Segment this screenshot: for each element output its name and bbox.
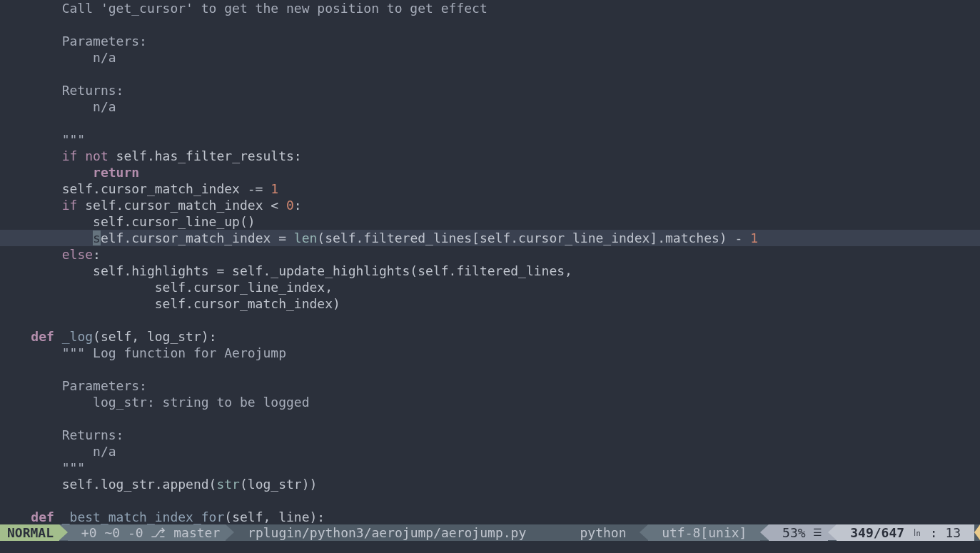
mode-indicator: NORMAL [0, 524, 59, 541]
code-line [0, 66, 980, 82]
percent-icon: ☰ [813, 524, 822, 541]
code-line [0, 115, 980, 131]
cursor: s [93, 230, 101, 245]
code-line: self.cursor_line_up() [0, 213, 980, 230]
separator-icon [760, 524, 769, 540]
code-line: if not self.has_filter_results: [0, 148, 980, 164]
code-line: """ Log function for Aerojump [0, 345, 980, 361]
linenr-icon: ㏑ [912, 524, 922, 541]
percent-segment: 53% ☰ [769, 524, 828, 541]
separator-icon [640, 524, 648, 540]
encoding-segment: utf-8[unix] [648, 524, 760, 541]
code-line: def _best_match_index_for(self, line): [0, 509, 980, 524]
separator-icon [59, 524, 68, 540]
code-line: Parameters: [0, 33, 980, 49]
cursor-line: self.cursor_match_index = len(self.filte… [0, 230, 980, 246]
code-line: n/a [0, 443, 980, 460]
file-path: rplugin/python3/aerojump/aerojump.py [234, 524, 532, 541]
git-segment: +0 ~0 -0 ⎇ master [68, 524, 226, 541]
code-line: Call 'get_cursor' to get the new positio… [0, 0, 980, 16]
trailing-separator-icon [974, 524, 980, 540]
code-editor[interactable]: Call 'get_cursor' to get the new positio… [0, 0, 980, 524]
code-line: self.cursor_line_index, [0, 279, 980, 295]
code-line: self.cursor_match_index) [0, 295, 980, 312]
filetype-segment: python [574, 524, 640, 541]
code-line: if self.cursor_match_index < 0: [0, 197, 980, 213]
separator-icon [828, 524, 837, 540]
code-line: log_str: string to be logged [0, 394, 980, 410]
position-segment: 349/647 ㏑ : 13 [837, 524, 974, 541]
code-line: """ [0, 460, 980, 476]
code-line: self.highlights = self._update_highlight… [0, 263, 980, 279]
code-line: else: [0, 246, 980, 263]
code-line: self.log_str.append(str(log_str)) [0, 476, 980, 492]
code-line: Returns: [0, 82, 980, 98]
code-line: n/a [0, 49, 980, 66]
code-line [0, 16, 980, 33]
code-line: Returns: [0, 427, 980, 443]
code-line: Parameters: [0, 377, 980, 394]
code-line: return [0, 164, 980, 181]
code-line [0, 492, 980, 509]
status-line: NORMAL +0 ~0 -0 ⎇ master rplugin/python3… [0, 524, 980, 541]
code-line: self.cursor_match_index -= 1 [0, 181, 980, 197]
code-line [0, 312, 980, 328]
separator-icon [226, 524, 234, 540]
code-line [0, 410, 980, 427]
code-line: n/a [0, 98, 980, 115]
code-line: """ [0, 131, 980, 148]
branch-icon: ⎇ [151, 524, 166, 541]
statusline-spacer [532, 524, 574, 541]
code-line: def _log(self, log_str): [0, 328, 980, 345]
code-line [0, 361, 980, 377]
